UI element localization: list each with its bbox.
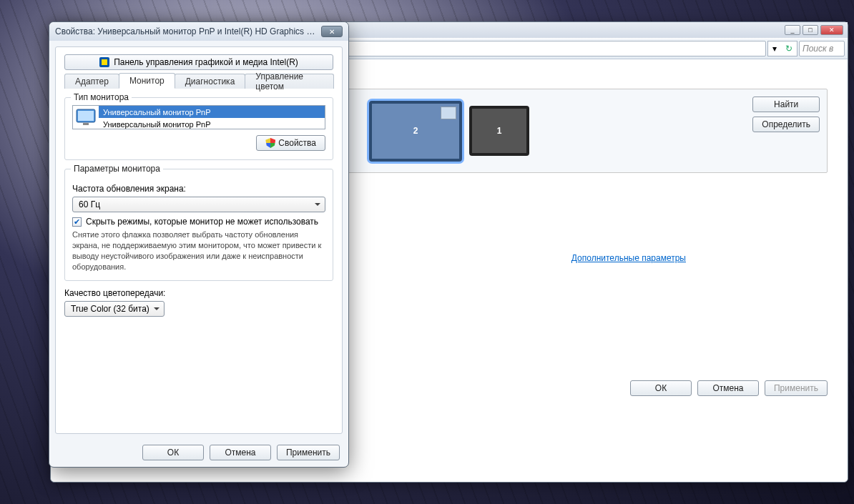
monitor-thumb-2[interactable]: 2 [369, 101, 462, 162]
ok-button[interactable]: ОК [142, 445, 204, 460]
close-icon[interactable]: ✕ [321, 26, 343, 37]
monitor-type-group: Тип монитора Универсальный монитор PnP У… [64, 97, 333, 160]
display-icon [441, 107, 456, 119]
monitor-params-group: Параметры монитора Частота обновления эк… [64, 169, 333, 281]
svg-rect-2 [83, 123, 89, 125]
monitor-number: 1 [497, 126, 502, 136]
monitor-list[interactable]: Универсальный монитор PnP Универсальный … [72, 105, 325, 129]
refresh-rate-combo[interactable]: 60 Гц [72, 197, 325, 212]
group-label: Параметры монитора [71, 164, 163, 174]
tab-bar: Адаптер Монитор Диагностика Управление ц… [64, 73, 333, 89]
tab-color-management[interactable]: Управление цветом [245, 74, 334, 89]
intel-icon [99, 57, 109, 67]
hide-modes-label: Скрыть режимы, которые монитор не может … [86, 217, 318, 227]
svg-rect-1 [78, 111, 94, 121]
monitor-properties-dialog: Свойства: Универсальный монитор PnP и In… [49, 21, 349, 468]
cancel-button[interactable]: Отмена [210, 445, 271, 460]
group-label: Тип монитора [71, 92, 132, 102]
tab-monitor[interactable]: Монитор [119, 73, 175, 89]
hide-modes-checkbox[interactable]: ✔ [72, 217, 82, 227]
hide-modes-help: Снятие этого флажка позволяет выбрать ча… [72, 229, 325, 272]
color-quality-combo[interactable]: True Color (32 бита) [64, 301, 165, 317]
monitor-number: 2 [413, 126, 418, 136]
detect-button[interactable]: Определить [752, 117, 820, 132]
refresh-button[interactable]: ↻ [780, 41, 797, 56]
tab-diagnostics[interactable]: Диагностика [175, 74, 246, 89]
advanced-settings-link[interactable]: Дополнительные параметры [571, 253, 686, 263]
apply-button[interactable]: Применить [765, 380, 828, 396]
cancel-button[interactable]: Отмена [697, 380, 759, 396]
dialog-titlebar[interactable]: Свойства: Универсальный монитор PnP и In… [49, 22, 348, 41]
monitor-icon [73, 106, 99, 129]
close-button[interactable]: ✕ [820, 25, 843, 35]
maximize-button[interactable]: □ [803, 25, 818, 35]
find-button[interactable]: Найти [752, 97, 820, 112]
apply-button[interactable]: Применить [277, 445, 340, 460]
search-input[interactable]: Поиск в [799, 41, 845, 56]
intel-button-label: Панель управления графикой и медиа Intel… [114, 57, 298, 67]
ok-button[interactable]: ОК [630, 380, 692, 396]
intel-graphics-button[interactable]: Панель управления графикой и медиа Intel… [64, 54, 333, 70]
dialog-body: Панель управления графикой и медиа Intel… [55, 46, 343, 434]
color-quality-label: Качество цветопередачи: [64, 288, 333, 298]
refresh-rate-label: Частота обновления экрана: [72, 184, 325, 194]
list-item[interactable]: Универсальный монитор PnP [99, 106, 325, 118]
monitor-thumb-1[interactable]: 1 [469, 106, 529, 156]
dialog-title: Свойства: Универсальный монитор PnP и In… [55, 26, 317, 36]
minimize-button[interactable]: _ [785, 25, 800, 35]
tab-adapter[interactable]: Адаптер [64, 74, 119, 89]
shield-icon [265, 138, 275, 148]
list-item[interactable]: Универсальный монитор PnP [99, 118, 325, 130]
dropdown-button[interactable]: ▾ [767, 41, 780, 56]
dialog-footer: ОК Отмена Применить [49, 438, 348, 467]
properties-button[interactable]: Свойства [256, 135, 325, 151]
properties-label: Свойства [278, 138, 316, 148]
